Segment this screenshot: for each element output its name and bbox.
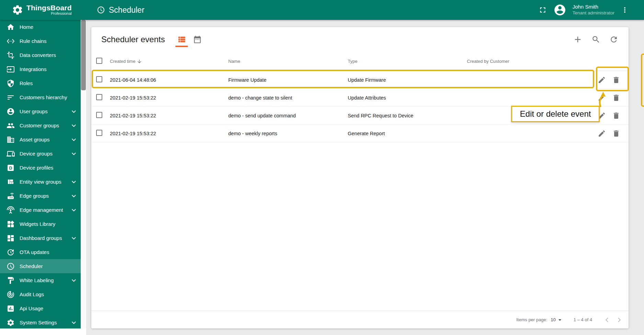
sidebar-item-system-settings[interactable]: System Settings xyxy=(0,315,81,328)
sidebar-item-dashboard-groups[interactable]: Dashboard groups xyxy=(0,231,81,245)
sidebar-item-white-labeling[interactable]: White Labeling xyxy=(0,273,81,287)
sidebar-item-audit-logs[interactable]: Audit Logs xyxy=(0,287,81,301)
delete-event-button[interactable] xyxy=(612,94,620,102)
sidebar-item-roles[interactable]: Roles xyxy=(0,76,81,90)
avatar[interactable] xyxy=(553,3,566,16)
sidebar-item-integrations[interactable]: Integrations xyxy=(0,62,81,76)
sidebar-item-label: Home xyxy=(20,24,78,30)
edit-event-button[interactable] xyxy=(598,112,606,120)
sidebar-item-device-profiles[interactable]: DDevice profiles xyxy=(0,161,81,175)
row-checkbox[interactable] xyxy=(96,76,102,82)
table-body: 2021-06-04 14:48:06Firmware UpdateUpdate… xyxy=(91,71,629,311)
sidebar-item-label: Device groups xyxy=(20,151,70,157)
edit-event-button[interactable] xyxy=(598,76,606,84)
column-name[interactable]: Name xyxy=(228,59,348,64)
prev-page-button[interactable] xyxy=(602,315,611,324)
table-row[interactable]: 2021-02-19 15:53:22demo - send update co… xyxy=(91,107,629,125)
table-header: Created time Name Type Created by Custom… xyxy=(91,52,629,71)
chevron-down-icon xyxy=(70,122,78,130)
sidebar-item-ota-updates[interactable]: OTA updates xyxy=(0,245,81,259)
select-all-checkbox[interactable] xyxy=(96,58,102,64)
chevron-down-icon xyxy=(70,319,78,327)
chevron-down-icon xyxy=(70,192,78,200)
audit-logs-icon xyxy=(7,290,15,299)
integrations-icon xyxy=(7,65,15,73)
refresh-button[interactable] xyxy=(609,35,618,44)
items-per-page-select[interactable]: 10 xyxy=(551,316,563,323)
search-button[interactable] xyxy=(591,35,600,44)
sidebar-item-label: Asset groups xyxy=(20,137,70,142)
sidebar-item-user-groups[interactable]: User groups xyxy=(0,104,81,118)
row-checkbox[interactable] xyxy=(96,130,102,136)
ota-updates-icon xyxy=(7,248,15,256)
table-row[interactable]: 2021-02-19 15:53:22demo - change state t… xyxy=(91,89,629,107)
horizontal-scrollbar-track xyxy=(0,328,86,335)
cell-type: Update Attributes xyxy=(348,95,467,101)
fullscreen-icon[interactable] xyxy=(538,5,547,14)
sidebar-item-rule-chains[interactable]: Rule chains xyxy=(0,34,81,48)
device-profiles-icon: D xyxy=(7,164,15,172)
column-type[interactable]: Type xyxy=(348,59,467,64)
table-row[interactable]: 2021-06-04 14:48:06Firmware UpdateUpdate… xyxy=(91,71,629,89)
row-checkbox[interactable] xyxy=(96,112,102,118)
thingsboard-logo-icon xyxy=(12,4,23,16)
card-title: Scheduler events xyxy=(101,35,165,44)
next-page-button[interactable] xyxy=(615,315,624,324)
sidebar-item-device-groups[interactable]: Device groups xyxy=(0,147,81,161)
sidebar-item-edge-groups[interactable]: Edge groups xyxy=(0,189,81,203)
scheduler-icon xyxy=(7,262,15,270)
delete-event-button[interactable] xyxy=(612,112,620,120)
roles-icon xyxy=(7,79,15,88)
table-row[interactable]: 2021-02-19 15:53:22demo - weekly reports… xyxy=(91,125,629,142)
sidebar-item-label: Dashboard groups xyxy=(20,235,70,241)
sidebar-item-label: OTA updates xyxy=(20,249,78,255)
sidebar-item-api-usage[interactable]: Api Usage xyxy=(0,301,81,315)
scrollbar-thumb[interactable] xyxy=(81,20,86,90)
user-info[interactable]: John Smith Tenant administrator xyxy=(573,4,614,16)
chevron-down-icon xyxy=(70,136,78,144)
sidebar-item-label: Customer groups xyxy=(20,123,70,128)
calendar-view-toggle[interactable] xyxy=(189,27,205,52)
white-labeling-icon xyxy=(7,276,15,285)
sidebar-item-edge-management[interactable]: Edge management xyxy=(0,203,81,217)
sidebar-scrollbar[interactable] xyxy=(81,20,86,328)
list-view-toggle[interactable] xyxy=(174,27,189,52)
sidebar-item-asset-groups[interactable]: Asset groups xyxy=(0,132,81,147)
sidebar-item-entity-view-groups[interactable]: Entity view groups xyxy=(0,175,81,189)
chevron-down-icon xyxy=(70,276,78,285)
more-menu-icon[interactable] xyxy=(621,6,629,14)
column-created-time[interactable]: Created time xyxy=(110,59,228,64)
column-created-by-customer[interactable]: Created by Customer xyxy=(467,59,583,64)
row-checkbox[interactable] xyxy=(96,94,102,100)
delete-event-button[interactable] xyxy=(612,129,620,138)
chevron-down-icon xyxy=(70,107,78,116)
edit-event-button[interactable] xyxy=(598,129,606,138)
pager xyxy=(602,315,624,324)
chevron-down-icon xyxy=(70,206,78,214)
pagination-range: 1 – 4 of 4 xyxy=(574,317,592,322)
edit-event-button[interactable] xyxy=(598,94,606,102)
sidebar-item-home[interactable]: Home xyxy=(0,20,81,34)
sidebar-item-label: Scheduler xyxy=(20,263,78,269)
sidebar-item-scheduler[interactable]: Scheduler xyxy=(0,259,81,273)
main-content: Scheduler events Created time xyxy=(86,20,644,335)
sidebar-item-widgets-library[interactable]: Widgets Library xyxy=(0,217,81,231)
device-groups-icon xyxy=(7,150,15,158)
sidebar-item-label: System Settings xyxy=(20,320,70,325)
sidebar-item-data-converters[interactable]: Data converters xyxy=(0,48,81,62)
sidebar-item-label: Integrations xyxy=(20,66,78,72)
cell-created-time: 2021-02-19 15:53:22 xyxy=(110,131,228,136)
widgets-library-icon xyxy=(7,220,15,228)
items-per-page-value: 10 xyxy=(551,317,555,322)
delete-event-button[interactable] xyxy=(612,76,620,84)
add-event-button[interactable] xyxy=(573,35,583,44)
sort-desc-icon xyxy=(137,59,142,64)
sidebar-item-label: User groups xyxy=(20,108,70,114)
cell-name: demo - change state to silent xyxy=(228,95,348,101)
sidebar-item-customer-groups[interactable]: Customer groups xyxy=(0,118,81,132)
brand-logo[interactable]: ThingsBoard Professional xyxy=(0,4,86,16)
sidebar-item-label: Roles xyxy=(20,80,78,86)
sidebar-item-label: Rule chains xyxy=(20,38,78,44)
sidebar-item-customers-hierarchy[interactable]: Customers hierarchy xyxy=(0,90,81,104)
customers-hierarchy-icon xyxy=(7,93,15,102)
